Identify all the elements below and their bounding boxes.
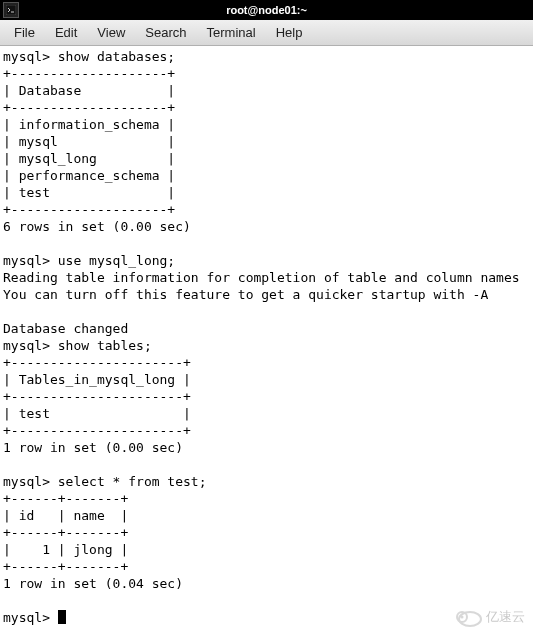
table-row: | mysql_long | bbox=[3, 151, 175, 166]
table-row: | test | bbox=[3, 406, 191, 421]
watermark-text: 亿速云 bbox=[486, 608, 525, 626]
table-row: | 1 | jlong | bbox=[3, 542, 128, 557]
terminal-icon[interactable] bbox=[3, 2, 19, 18]
table-row: | test | bbox=[3, 185, 175, 200]
table-border: +------+-------+ bbox=[3, 525, 128, 540]
terminal-output[interactable]: mysql> show databases; +----------------… bbox=[0, 46, 533, 628]
table-border: +----------------------+ bbox=[3, 423, 191, 438]
menu-search[interactable]: Search bbox=[135, 22, 196, 43]
table-border: +------+-------+ bbox=[3, 491, 128, 506]
table-border: +--------------------+ bbox=[3, 66, 175, 81]
table-border: +----------------------+ bbox=[3, 389, 191, 404]
window-titlebar: root@node01:~ bbox=[0, 0, 533, 20]
info-line: Reading table information for completion… bbox=[3, 270, 520, 285]
menu-help[interactable]: Help bbox=[266, 22, 313, 43]
table-row: | information_schema | bbox=[3, 117, 175, 132]
cmd-line: mysql> select * from test; bbox=[3, 474, 207, 489]
cursor bbox=[58, 610, 66, 624]
cmd-line: mysql> show databases; bbox=[3, 49, 175, 64]
result-line: 1 row in set (0.04 sec) bbox=[3, 576, 183, 591]
table-border: +----------------------+ bbox=[3, 355, 191, 370]
table-border: +--------------------+ bbox=[3, 100, 175, 115]
menu-terminal[interactable]: Terminal bbox=[197, 22, 266, 43]
table-row: | performance_schema | bbox=[3, 168, 175, 183]
watermark: 亿速云 bbox=[452, 607, 525, 627]
table-header: | id | name | bbox=[3, 508, 128, 523]
svg-point-2 bbox=[459, 612, 481, 626]
svg-point-4 bbox=[461, 616, 464, 619]
window-title: root@node01:~ bbox=[226, 4, 307, 16]
watermark-logo-icon bbox=[452, 607, 482, 627]
menu-view[interactable]: View bbox=[87, 22, 135, 43]
table-header: | Tables_in_mysql_long | bbox=[3, 372, 191, 387]
cmd-line: mysql> show tables; bbox=[3, 338, 152, 353]
result-line: 6 rows in set (0.00 sec) bbox=[3, 219, 191, 234]
table-border: +------+-------+ bbox=[3, 559, 128, 574]
svg-rect-0 bbox=[6, 5, 16, 15]
menu-bar: File Edit View Search Terminal Help bbox=[0, 20, 533, 46]
info-line: You can turn off this feature to get a q… bbox=[3, 287, 488, 302]
table-border: +--------------------+ bbox=[3, 202, 175, 217]
table-header: | Database | bbox=[3, 83, 175, 98]
cmd-line: mysql> use mysql_long; bbox=[3, 253, 175, 268]
info-line: Database changed bbox=[3, 321, 128, 336]
result-line: 1 row in set (0.00 sec) bbox=[3, 440, 183, 455]
menu-edit[interactable]: Edit bbox=[45, 22, 87, 43]
menu-file[interactable]: File bbox=[4, 22, 45, 43]
prompt: mysql> bbox=[3, 610, 58, 625]
table-row: | mysql | bbox=[3, 134, 175, 149]
